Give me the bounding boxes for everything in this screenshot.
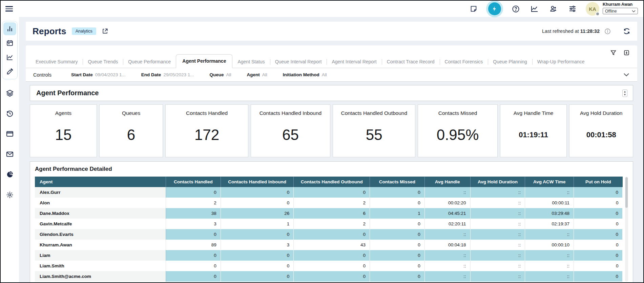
bolt-icon[interactable] bbox=[488, 2, 501, 15]
tab-queue-interval-report[interactable]: Queue Interval Report bbox=[270, 56, 327, 68]
refresh-icon[interactable] bbox=[623, 27, 630, 35]
external-link-icon[interactable] bbox=[102, 28, 108, 35]
table-row: Dane.Maddox38266104:45:21::03:29:480 bbox=[35, 208, 623, 219]
filter-agent[interactable]: AgentAll bbox=[247, 72, 267, 77]
value-cell: 43 bbox=[294, 240, 370, 250]
column-header-avg-handle[interactable]: Avg Handle bbox=[424, 177, 470, 187]
column-header-agent[interactable]: Agent bbox=[35, 177, 166, 187]
info-icon[interactable] bbox=[604, 28, 611, 35]
column-header-avg-hold-duration[interactable]: Avg Hold Duration bbox=[470, 177, 525, 187]
tab-agent-interval-report[interactable]: Agent Interval Report bbox=[327, 56, 381, 68]
tab-queue-planning[interactable]: Queue Planning bbox=[488, 56, 532, 68]
sliders-icon[interactable] bbox=[568, 4, 577, 13]
users-icon[interactable] bbox=[549, 4, 558, 13]
agent-name-cell: Alon bbox=[35, 198, 166, 208]
kpi-card-contacts-handled: Contacts Handled172 bbox=[165, 104, 248, 157]
tab-queue-trends[interactable]: Queue Trends bbox=[83, 56, 123, 68]
avatar[interactable]: KA bbox=[586, 2, 599, 16]
sidebar-item-bar-chart[interactable] bbox=[3, 22, 16, 35]
value-cell: 0 bbox=[221, 250, 294, 261]
tab-contract-trace-record[interactable]: Contract Trace Record bbox=[382, 56, 440, 68]
kpi-label: Contacts Handled bbox=[184, 110, 230, 116]
section-spinner[interactable]: ▲▼ bbox=[622, 89, 627, 97]
value-cell: 03:29:48 bbox=[525, 208, 574, 219]
analytics-badge: Analytics bbox=[72, 27, 96, 35]
value-cell: 02:19:37 bbox=[525, 219, 574, 229]
sidebar-item-calendar[interactable] bbox=[3, 37, 16, 49]
column-header-contacts-missed[interactable]: Contacts Missed bbox=[370, 177, 425, 187]
kpi-value: 15 bbox=[55, 126, 71, 143]
tab-executive-summary[interactable]: Executive Summary bbox=[30, 56, 83, 68]
top-bar: KA Khurram Awan Offline bbox=[1, 1, 643, 17]
hamburger-menu-icon[interactable] bbox=[5, 5, 13, 13]
filter-start-date[interactable]: Start Date09/04/2023 1... bbox=[71, 72, 126, 77]
kpi-value: 6 bbox=[127, 126, 135, 143]
value-cell: 0 bbox=[221, 229, 294, 240]
value-cell: 0 bbox=[294, 229, 370, 240]
controls-bar: Controls Start Date09/04/2023 1...End Da… bbox=[26, 68, 637, 82]
filter-icon[interactable] bbox=[610, 49, 617, 56]
value-cell: :: bbox=[470, 250, 525, 261]
chevron-down-icon bbox=[632, 10, 636, 13]
sidebar-item-window[interactable] bbox=[3, 127, 16, 140]
value-cell: 2 bbox=[166, 198, 221, 208]
value-cell: :: bbox=[470, 229, 525, 240]
filter-end-date[interactable]: End Date29/05/2023 1... bbox=[141, 72, 194, 77]
gear-icon bbox=[6, 191, 14, 199]
agent-name-cell: Glendon.Evarts bbox=[35, 229, 166, 240]
page-title: Reports bbox=[33, 26, 66, 37]
filter-label: Initiation Method bbox=[283, 72, 319, 77]
tab-queue-performance[interactable]: Queue Performance bbox=[123, 56, 176, 68]
filter-queue[interactable]: QueueAll bbox=[209, 72, 231, 77]
column-header-put-on-hold[interactable]: Put on Hold bbox=[574, 177, 623, 187]
report-tabs: Executive SummaryQueue TrendsQueue Perfo… bbox=[26, 45, 637, 68]
filter-label: Queue bbox=[209, 72, 224, 77]
value-cell: 0 bbox=[370, 261, 425, 271]
value-cell: 1 bbox=[370, 208, 425, 219]
tab-wrap-up-performance[interactable]: Wrap-Up Performance bbox=[532, 56, 590, 68]
table-row: Liam0000::::::0 bbox=[35, 250, 623, 261]
column-header-avg-acw-time[interactable]: Avg ACW Time bbox=[525, 177, 574, 187]
controls-collapse-chevron-icon[interactable] bbox=[624, 73, 629, 77]
filter-initiation-method[interactable]: Initiation MethodAll bbox=[283, 72, 327, 77]
table-scrollbar[interactable] bbox=[625, 177, 628, 282]
line-chart-icon bbox=[6, 54, 14, 61]
note-icon[interactable] bbox=[469, 4, 478, 13]
sidebar-item-edit[interactable] bbox=[3, 65, 16, 78]
pie-chart-icon bbox=[6, 170, 14, 179]
kpi-card-avg-hold-duration: Avg Hold Duration00:01:58 bbox=[569, 104, 633, 157]
value-cell: :: bbox=[470, 208, 525, 219]
value-cell: 6 bbox=[294, 208, 370, 219]
column-header-contacts-handled-outbound[interactable]: Contacts Handled Outbound bbox=[294, 177, 370, 187]
value-cell: :: bbox=[424, 261, 470, 271]
value-cell: 0 bbox=[574, 261, 623, 271]
user-block: KA Khurram Awan Offline bbox=[586, 2, 638, 16]
sidebar-item-mail[interactable] bbox=[3, 148, 16, 161]
column-header-contacts-handled[interactable]: Contacts Handled bbox=[166, 177, 221, 187]
value-cell: 0 bbox=[370, 187, 425, 198]
value-cell: 2 bbox=[294, 198, 370, 208]
sidebar-item-history[interactable] bbox=[3, 107, 16, 120]
metrics-icon[interactable] bbox=[530, 4, 539, 13]
sidebar-item-line-chart[interactable] bbox=[3, 51, 16, 64]
status-select[interactable]: Offline bbox=[603, 8, 638, 14]
section-header: Agent Performance ▲▼ bbox=[30, 85, 633, 101]
value-cell: 2 bbox=[294, 219, 370, 229]
help-icon[interactable] bbox=[511, 4, 520, 13]
column-header-contacts-handled-inbound[interactable]: Contacts Handled Inbound bbox=[221, 177, 294, 187]
download-icon[interactable] bbox=[623, 49, 630, 56]
value-cell: 0 bbox=[166, 229, 221, 240]
avatar-initials: KA bbox=[589, 6, 596, 12]
sidebar-item-pie-chart[interactable] bbox=[3, 168, 16, 181]
value-cell: :: bbox=[424, 187, 470, 198]
sidebar-item-layers[interactable] bbox=[3, 87, 16, 100]
kpi-label: Contacts Missed bbox=[436, 110, 479, 116]
value-cell: 00:00:11 bbox=[525, 198, 574, 208]
tab-agent-performance[interactable]: Agent Performance bbox=[176, 54, 232, 68]
tab-agent-status[interactable]: Agent Status bbox=[232, 56, 270, 68]
table-scrollbar-thumb[interactable] bbox=[625, 177, 628, 208]
last-refreshed-time: 11:28:32 bbox=[580, 28, 600, 34]
sidebar-item-settings[interactable] bbox=[3, 188, 16, 201]
calendar-icon bbox=[6, 39, 14, 47]
tab-contact-forensics[interactable]: Contact Forensics bbox=[440, 56, 488, 68]
